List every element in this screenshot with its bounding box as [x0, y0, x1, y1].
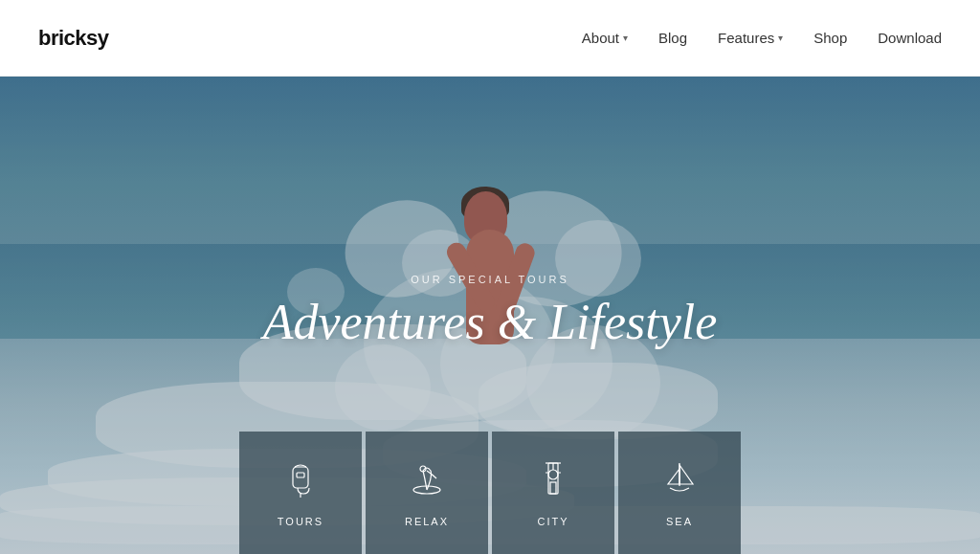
tour-card-relax[interactable]: RELAX	[366, 432, 488, 554]
nav-label-features: Features	[718, 30, 774, 46]
sailboat-icon	[660, 459, 699, 502]
tour-card-sea[interactable]: SEA	[618, 432, 741, 554]
tour-card-tours[interactable]: TOURS	[239, 432, 362, 554]
backpack-icon	[281, 459, 320, 502]
tower-icon	[534, 459, 572, 502]
hero-subtitle: OUR SPECIAL TOURS	[263, 274, 718, 285]
nav-item-download[interactable]: Download	[878, 30, 942, 46]
logo[interactable]: bricksy	[38, 26, 109, 51]
nav-item-features[interactable]: Features▾	[718, 30, 783, 46]
nav-label-about: About	[582, 30, 619, 46]
header: bricksy About▾BlogFeatures▾ShopDownload	[0, 0, 980, 77]
island-icon	[408, 459, 446, 502]
svg-point-6	[548, 470, 558, 479]
nav-item-blog[interactable]: Blog	[658, 30, 687, 46]
chevron-about-icon: ▾	[623, 33, 628, 43]
hero-title: Adventures & Lifestyle	[263, 295, 718, 349]
svg-rect-1	[297, 473, 304, 477]
svg-rect-7	[550, 482, 556, 494]
chevron-features-icon: ▾	[778, 33, 783, 43]
nav-label-download: Download	[878, 30, 942, 46]
tour-card-label-city: CITY	[537, 516, 568, 527]
tour-card-label-relax: RELAX	[405, 516, 449, 527]
tour-cards-container: TOURSRELAXCITYSEA	[239, 432, 741, 554]
hero-section: OUR SPECIAL TOURS Adventures & Lifestyle…	[0, 77, 980, 554]
nav-label-shop: Shop	[813, 30, 847, 46]
nav-label-blog: Blog	[658, 30, 687, 46]
main-nav: About▾BlogFeatures▾ShopDownload	[582, 30, 942, 46]
tour-card-label-sea: SEA	[666, 516, 693, 527]
tour-card-city[interactable]: CITY	[492, 432, 614, 554]
hero-content: OUR SPECIAL TOURS Adventures & Lifestyle	[263, 274, 718, 349]
nav-item-shop[interactable]: Shop	[813, 30, 847, 46]
tour-card-label-tours: TOURS	[278, 516, 323, 527]
nav-item-about[interactable]: About▾	[582, 30, 628, 46]
